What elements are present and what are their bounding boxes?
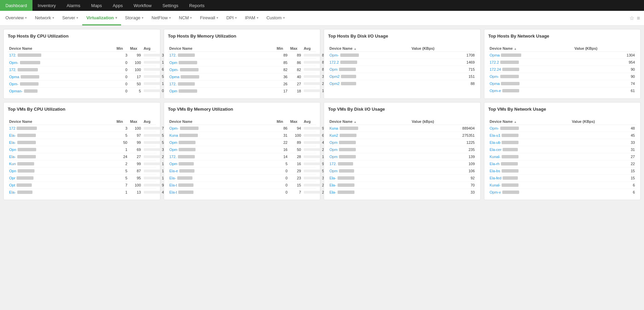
device-link[interactable]: Opm- bbox=[490, 74, 499, 79]
subnav-server[interactable]: Server ▾ bbox=[58, 11, 82, 25]
col-max: Max bbox=[289, 118, 302, 125]
subnav-virtualization[interactable]: Virtualization ▾ bbox=[82, 11, 121, 25]
nav-workflow[interactable]: Workflow bbox=[128, 0, 157, 11]
device-link[interactable]: Opm- bbox=[169, 126, 179, 130]
device-link[interactable]: Opn bbox=[9, 148, 16, 152]
device-link[interactable]: Opm bbox=[329, 140, 338, 145]
subnav-custom[interactable]: Custom ▾ bbox=[262, 11, 289, 25]
device-link[interactable]: 172. bbox=[169, 155, 177, 159]
device-link[interactable]: Opm bbox=[329, 67, 338, 71]
device-link[interactable]: 172.24 bbox=[490, 67, 501, 71]
device-link[interactable]: Opm- bbox=[490, 126, 499, 130]
device-link[interactable]: Opma bbox=[169, 75, 180, 79]
avg-cell: 57 bbox=[142, 132, 156, 139]
device-link[interactable]: Ela- bbox=[329, 183, 336, 187]
device-link[interactable]: Opm2 bbox=[329, 74, 340, 79]
device-link[interactable]: Opr bbox=[9, 176, 15, 180]
device-link[interactable]: Opm bbox=[169, 162, 178, 166]
device-link[interactable]: Opm bbox=[169, 89, 178, 93]
table-row: Opma 0 17 5 bbox=[8, 73, 156, 80]
device-link[interactable]: Ela-cer bbox=[490, 148, 502, 152]
device-link[interactable]: Ela-bs bbox=[490, 169, 500, 173]
device-name-cell: Opm2 bbox=[328, 80, 410, 87]
device-link[interactable]: Ela- bbox=[9, 140, 16, 145]
subnav-netflow[interactable]: NetFlow ▾ bbox=[147, 11, 175, 25]
device-link[interactable]: Ela-fed bbox=[490, 176, 502, 180]
device-link[interactable]: Ela-t bbox=[169, 183, 177, 187]
device-link[interactable]: 172. bbox=[169, 82, 177, 86]
device-link[interactable]: Opm- bbox=[9, 61, 19, 65]
nav-alarms[interactable]: Alarms bbox=[61, 0, 86, 11]
device-link[interactable]: Ela- bbox=[9, 155, 16, 159]
device-link[interactable]: Ela-t bbox=[169, 190, 177, 194]
device-link[interactable]: Opm- bbox=[169, 68, 179, 72]
device-link[interactable]: Opm2 bbox=[329, 82, 340, 86]
device-link[interactable]: 172. bbox=[329, 162, 337, 166]
device-link[interactable]: Opma bbox=[490, 53, 500, 57]
device-link[interactable]: 172.2 bbox=[490, 60, 499, 64]
table-top-vms-memory: Device Name Min Max Avg Opm- 86 94 90 bbox=[168, 118, 316, 196]
device-link[interactable]: Ela- bbox=[329, 176, 336, 180]
subnav-firewall[interactable]: Firewall ▾ bbox=[196, 11, 222, 25]
device-link[interactable]: Opm bbox=[169, 61, 178, 65]
device-link[interactable]: Opm bbox=[329, 148, 338, 152]
device-link[interactable]: Ela-e bbox=[169, 169, 178, 173]
bar-track bbox=[144, 127, 161, 130]
nav-dashboard[interactable]: Dashboard bbox=[0, 0, 32, 11]
subnav-ncm[interactable]: NCM ▾ bbox=[175, 11, 196, 25]
avg-cell: 73 bbox=[142, 125, 156, 132]
chevron-down-icon: ▾ bbox=[216, 16, 218, 20]
device-link[interactable]: Opma bbox=[490, 82, 500, 86]
card-title-top-vms-cpu: Top VMs By CPU Utilization bbox=[8, 107, 156, 114]
device-link[interactable]: Opm-v bbox=[490, 190, 501, 194]
value-cell: 235 bbox=[410, 146, 476, 153]
device-link[interactable]: Kun2 bbox=[329, 133, 338, 137]
device-link[interactable]: Ela- bbox=[9, 133, 16, 137]
device-link[interactable]: Ela- bbox=[9, 190, 16, 194]
avg-cell: 4 bbox=[142, 189, 156, 196]
subnav-dpi[interactable]: DPI ▾ bbox=[222, 11, 241, 25]
favorite-icon[interactable]: ☆ bbox=[629, 15, 634, 21]
menu-icon[interactable]: ≡ bbox=[637, 15, 640, 21]
device-link[interactable]: Opm bbox=[169, 148, 178, 152]
device-link[interactable]: Opm bbox=[329, 169, 338, 173]
device-link[interactable]: Opm- bbox=[329, 53, 339, 57]
device-name-cell: Ela- bbox=[328, 189, 410, 196]
nav-inventory[interactable]: Inventory bbox=[32, 0, 61, 11]
device-link[interactable]: 172. bbox=[9, 53, 16, 57]
device-link[interactable]: Ela- bbox=[329, 190, 336, 194]
device-link[interactable]: Opn bbox=[9, 169, 16, 173]
device-link[interactable]: Opm bbox=[169, 140, 178, 145]
device-link[interactable]: Ela-ub bbox=[490, 140, 501, 145]
device-link[interactable]: 172. bbox=[169, 53, 177, 57]
nav-maps[interactable]: Maps bbox=[86, 0, 108, 11]
device-link[interactable]: Kun bbox=[9, 162, 16, 166]
device-link[interactable]: Ela-rh bbox=[490, 162, 500, 166]
device-link[interactable]: Opma bbox=[9, 75, 19, 79]
device-link[interactable]: Kuna bbox=[169, 133, 178, 137]
device-link[interactable]: 172 bbox=[9, 126, 15, 130]
device-link[interactable]: Ela-u1 bbox=[490, 133, 501, 137]
device-link[interactable]: Kuna bbox=[329, 126, 338, 130]
device-link[interactable]: Opm bbox=[329, 155, 338, 159]
device-name-cell: Opm bbox=[328, 139, 410, 146]
table-row: Opm 22 89 41 bbox=[168, 139, 316, 146]
subnav-network[interactable]: Network ▾ bbox=[31, 11, 58, 25]
device-link[interactable]: Opm-e bbox=[490, 89, 501, 93]
nav-apps[interactable]: Apps bbox=[107, 0, 128, 11]
table-row: Ela-e 0 29 5 bbox=[168, 168, 316, 175]
device-link[interactable]: Kunal- bbox=[490, 155, 501, 159]
subnav-storage[interactable]: Storage ▾ bbox=[121, 11, 148, 25]
device-link[interactable]: Ela- bbox=[169, 176, 176, 180]
subnav-ipam[interactable]: IPAM ▾ bbox=[241, 11, 262, 25]
device-link[interactable]: Opman- bbox=[9, 89, 23, 93]
device-name-blur bbox=[17, 162, 34, 165]
device-link[interactable]: Opt bbox=[9, 183, 15, 187]
device-link[interactable]: Opm- bbox=[9, 82, 19, 86]
nav-reports[interactable]: Reports bbox=[184, 0, 210, 11]
device-link[interactable]: 172.2 bbox=[329, 60, 339, 64]
subnav-overview[interactable]: Overview ▾ bbox=[1, 11, 31, 25]
nav-settings[interactable]: Settings bbox=[157, 0, 184, 11]
device-link[interactable]: Kunal- bbox=[490, 183, 501, 187]
device-link[interactable]: 172. bbox=[9, 68, 16, 72]
